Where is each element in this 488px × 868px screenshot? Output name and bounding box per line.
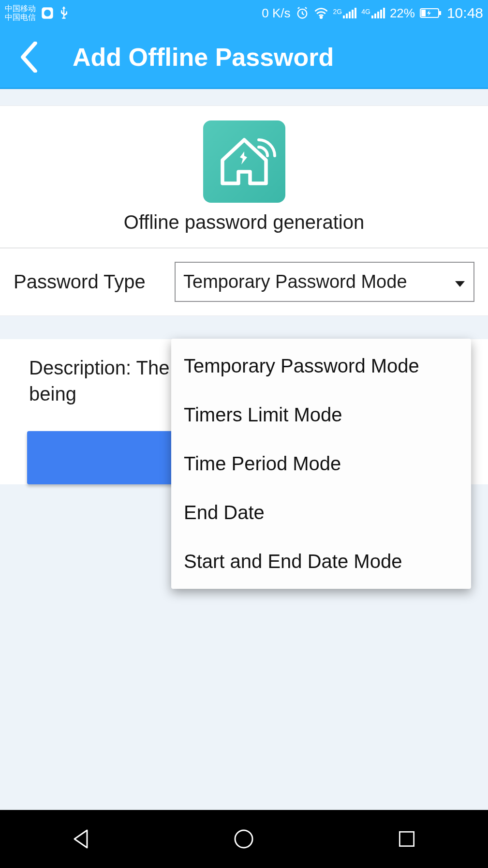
android-nav-bar bbox=[0, 810, 488, 868]
svg-point-7 bbox=[235, 830, 252, 848]
status-time: 10:48 bbox=[447, 5, 483, 21]
status-carriers: 中国移动 中国电信 bbox=[5, 4, 36, 22]
page-title: Add Offline Password bbox=[73, 43, 334, 72]
section-icon-header: Offline password generation bbox=[0, 105, 488, 248]
signal-2: 4G bbox=[361, 8, 385, 18]
nav-back-icon bbox=[70, 827, 93, 851]
signal-1: 2G bbox=[333, 8, 357, 18]
usb-icon bbox=[59, 6, 69, 20]
password-type-dropdown: Temporary Password Mode Timers Limit Mod… bbox=[171, 339, 471, 589]
nav-recent-icon bbox=[396, 828, 417, 850]
nav-recent-button[interactable] bbox=[390, 822, 424, 856]
status-carrier-2: 中国电信 bbox=[5, 13, 36, 22]
wifi-icon bbox=[314, 7, 328, 19]
password-type-selected: Temporary Password Mode bbox=[183, 271, 407, 292]
svg-point-1 bbox=[44, 10, 51, 16]
nav-home-icon bbox=[232, 827, 255, 851]
section-subtitle: Offline password generation bbox=[0, 211, 488, 233]
svg-rect-6 bbox=[421, 10, 426, 16]
status-right: 0 K/s 2G 4G 22% 10:48 bbox=[262, 5, 483, 21]
signal-1-label: 2G bbox=[333, 8, 342, 15]
app-header: Add Offline Password bbox=[0, 26, 488, 89]
nav-home-button[interactable] bbox=[227, 822, 261, 856]
dropdown-item-temporary[interactable]: Temporary Password Mode bbox=[171, 342, 471, 390]
sync-icon bbox=[41, 6, 54, 20]
status-speed: 0 K/s bbox=[262, 6, 290, 21]
password-type-select[interactable]: Temporary Password Mode bbox=[175, 262, 474, 302]
dropdown-item-time-period[interactable]: Time Period Mode bbox=[171, 439, 471, 488]
password-type-row: Password Type Temporary Password Mode bbox=[0, 248, 488, 316]
back-button[interactable] bbox=[10, 38, 48, 76]
caret-down-icon bbox=[454, 271, 466, 292]
dropdown-item-timers-limit[interactable]: Timers Limit Mode bbox=[171, 390, 471, 439]
password-type-label: Password Type bbox=[14, 271, 146, 293]
alarm-icon bbox=[296, 6, 309, 20]
svg-rect-5 bbox=[439, 11, 441, 15]
status-carrier-1: 中国移动 bbox=[5, 4, 36, 13]
dropdown-item-end-date[interactable]: End Date bbox=[171, 488, 471, 537]
svg-rect-8 bbox=[399, 832, 414, 846]
battery-icon bbox=[420, 7, 442, 19]
chevron-left-icon bbox=[19, 42, 39, 73]
status-bar: 中国移动 中国电信 0 K/s 2G 4G 22% 10:48 bbox=[0, 0, 488, 26]
status-left: 中国移动 中国电信 bbox=[5, 4, 69, 22]
status-battery-pct: 22% bbox=[390, 6, 415, 21]
app-logo-icon bbox=[203, 120, 285, 203]
dropdown-item-start-end-date[interactable]: Start and End Date Mode bbox=[171, 537, 471, 586]
signal-2-label: 4G bbox=[361, 8, 370, 15]
svg-point-3 bbox=[320, 16, 322, 18]
nav-back-button[interactable] bbox=[64, 822, 98, 856]
